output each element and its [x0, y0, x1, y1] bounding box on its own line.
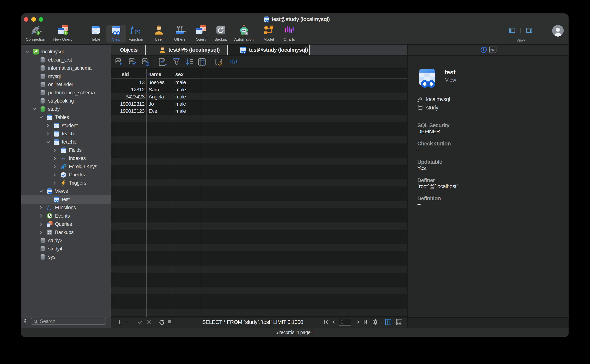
- svg-text:A-Z: A-Z: [61, 157, 66, 160]
- svg-text:f: f: [130, 25, 134, 34]
- svg-text:x: x: [50, 208, 51, 211]
- svg-text:f: f: [47, 205, 49, 210]
- svg-text:(x): (x): [135, 29, 140, 34]
- svg-text:DDL: DDL: [490, 49, 495, 52]
